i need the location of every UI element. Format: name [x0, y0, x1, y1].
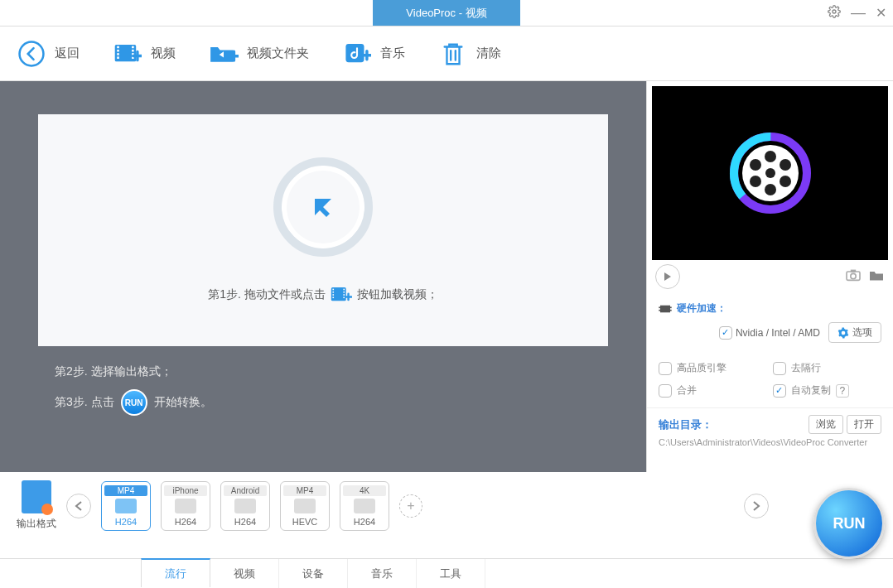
- run-button[interactable]: RUN: [813, 488, 885, 559]
- svg-point-30: [780, 176, 791, 187]
- format-codec: H264: [234, 517, 256, 527]
- autocopy-checkbox[interactable]: ✓自动复制?: [773, 383, 882, 398]
- checkbox-checked-icon: ✓: [719, 326, 732, 340]
- browse-button[interactable]: 浏览: [809, 415, 843, 434]
- open-folder-icon[interactable]: [868, 268, 885, 285]
- format-top: Android: [224, 485, 267, 496]
- music-icon: [342, 39, 372, 69]
- minimize-icon[interactable]: —: [851, 4, 866, 22]
- svg-rect-14: [332, 291, 334, 292]
- format-top: 4K: [343, 485, 386, 496]
- format-tabs: 流行视频设备音乐工具: [0, 558, 893, 588]
- chip-icon: [659, 304, 672, 314]
- checkbox-checked-icon: ✓: [773, 384, 786, 398]
- gpu-checkbox[interactable]: ✓ Nvidia / Intel / AMD: [719, 326, 820, 340]
- main-area: 第1步. 拖动文件或点击 按钮加载视频； 第2步. 选择输出格式； 第3步. 点…: [0, 81, 893, 472]
- prev-format-button[interactable]: [66, 494, 91, 518]
- merge-checkbox[interactable]: 合并: [659, 383, 768, 398]
- help-icon[interactable]: ?: [836, 384, 850, 398]
- step1-prefix: 第1步. 拖动文件或点击: [208, 287, 326, 302]
- back-label: 返回: [55, 46, 80, 61]
- clear-label: 清除: [476, 46, 501, 61]
- format-thumb-icon: [175, 499, 196, 513]
- svg-point-27: [750, 159, 761, 171]
- folder-icon: [209, 39, 239, 69]
- format-card-mp4-hevc[interactable]: MP4HEVC: [280, 481, 330, 531]
- back-button[interactable]: 返回: [17, 39, 80, 69]
- svg-point-0: [833, 10, 836, 13]
- hw-accel-label: 硬件加速：: [659, 301, 881, 316]
- svg-rect-16: [332, 296, 334, 298]
- left-panel: 第1步. 拖动文件或点击 按钮加载视频； 第2步. 选择输出格式； 第3步. 点…: [0, 81, 646, 472]
- step3-suffix: 开始转换。: [154, 395, 212, 410]
- tab-0[interactable]: 流行: [141, 558, 210, 587]
- cursor-icon: [307, 190, 340, 224]
- step3-row: 第3步. 点击 RUN 开始转换。: [55, 384, 591, 421]
- output-format-label: 输出格式: [17, 517, 56, 531]
- svg-rect-4: [117, 49, 119, 51]
- format-thumb-icon: [294, 499, 316, 513]
- video-add-icon: [331, 286, 352, 304]
- format-codec: H264: [115, 517, 137, 527]
- svg-rect-19: [343, 294, 345, 296]
- play-button[interactable]: [655, 264, 680, 289]
- format-codec: H264: [354, 517, 375, 527]
- chevron-left-icon: [75, 501, 83, 511]
- svg-rect-13: [332, 288, 334, 290]
- add-music-button[interactable]: 音乐: [342, 39, 405, 69]
- svg-rect-8: [132, 49, 134, 51]
- svg-rect-3: [117, 46, 119, 48]
- step1-suffix: 按钮加载视频；: [357, 287, 438, 302]
- svg-rect-34: [660, 305, 670, 312]
- video-label: 视频: [151, 46, 176, 61]
- options-button[interactable]: 选项: [828, 322, 881, 343]
- svg-point-24: [765, 168, 775, 178]
- step3-prefix: 第3步. 点击: [55, 395, 114, 410]
- run-badge-icon: RUN: [121, 389, 147, 416]
- tab-3[interactable]: 音乐: [348, 559, 417, 588]
- format-top: MP4: [104, 485, 147, 496]
- add-folder-button[interactable]: 视频文件夹: [209, 39, 309, 69]
- add-video-button[interactable]: 视频: [113, 39, 176, 69]
- svg-point-28: [780, 159, 791, 171]
- svg-rect-33: [851, 270, 856, 272]
- output-format-button[interactable]: 输出格式: [17, 480, 56, 531]
- format-card-mp4-h264[interactable]: MP4H264: [101, 481, 151, 531]
- svg-point-26: [765, 184, 776, 195]
- format-thumb-icon: [354, 499, 375, 513]
- close-icon[interactable]: ✕: [876, 5, 886, 21]
- svg-point-29: [750, 176, 761, 187]
- svg-rect-35: [659, 306, 660, 308]
- right-panel: 硬件加速： ✓ Nvidia / Intel / AMD 选项 高品质引擎 去隔…: [646, 81, 893, 472]
- video-icon: [113, 39, 142, 69]
- drop-zone[interactable]: 第1步. 拖动文件或点击 按钮加载视频；: [38, 114, 608, 346]
- format-card-android-h264[interactable]: AndroidH264: [220, 481, 270, 531]
- format-thumb-icon: [234, 499, 256, 513]
- open-button[interactable]: 打开: [847, 415, 881, 434]
- preview-controls: [647, 260, 893, 293]
- add-format-button[interactable]: +: [399, 494, 422, 518]
- toolbar: 返回 视频 视频文件夹 音乐 清除: [0, 27, 893, 81]
- deinterlace-checkbox[interactable]: 去隔行: [773, 361, 882, 375]
- format-top: iPhone: [164, 485, 207, 496]
- next-format-button[interactable]: [744, 494, 769, 518]
- window-title: VideoProc - 视频: [373, 0, 519, 26]
- output-path: C:\Users\Administrator\Videos\VideoProc …: [659, 437, 881, 447]
- format-top: MP4: [283, 485, 326, 496]
- format-card-4k-h264[interactable]: 4KH264: [340, 481, 389, 531]
- clear-button[interactable]: 清除: [438, 39, 501, 69]
- tab-4[interactable]: 工具: [417, 559, 485, 588]
- svg-rect-15: [332, 294, 334, 296]
- gear-icon[interactable]: [828, 5, 841, 22]
- tab-1[interactable]: 视频: [210, 559, 279, 588]
- trash-icon: [438, 39, 468, 69]
- high-quality-checkbox[interactable]: 高品质引擎: [659, 361, 768, 375]
- tab-2[interactable]: 设备: [279, 559, 348, 588]
- snapshot-icon[interactable]: [845, 268, 862, 285]
- output-dir-label: 输出目录：: [659, 417, 712, 432]
- svg-rect-37: [670, 306, 672, 308]
- svg-rect-7: [132, 46, 134, 48]
- chevron-right-icon: [752, 501, 760, 511]
- format-card-iphone-h264[interactable]: iPhoneH264: [161, 481, 210, 531]
- back-icon: [17, 39, 46, 69]
